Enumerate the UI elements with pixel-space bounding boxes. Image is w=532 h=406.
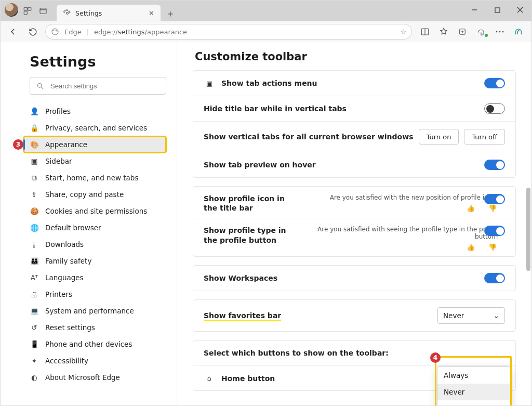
- browser-toolbar: Edge | edge://settings/appearance ☆: [1, 21, 531, 42]
- thumbs-down-icon[interactable]: 👎: [488, 204, 497, 212]
- svg-rect-1: [28, 7, 31, 10]
- sidebar-item-printers[interactable]: 🖨Printers: [23, 286, 166, 303]
- row-tab-actions: ▣ Show tab actions menu: [193, 71, 515, 96]
- dropdown-option-always[interactable]: Always: [437, 367, 510, 384]
- sidebar-item-appearance[interactable]: 3 🎨Appearance: [23, 136, 166, 153]
- url-source-label: Edge: [64, 28, 82, 36]
- workspaces-icon[interactable]: [21, 5, 34, 17]
- scrollbar-thumb[interactable]: [526, 188, 530, 271]
- extensions-icon[interactable]: [473, 24, 489, 39]
- feedback-question: Are you satisfied with the new position …: [330, 194, 499, 201]
- turn-on-button[interactable]: Turn on: [419, 129, 459, 145]
- settings-content: Settings 👤Profiles 🔒Privacy, search, and…: [1, 42, 531, 405]
- sidebar-item-privacy[interactable]: 🔒Privacy, search, and services: [23, 120, 166, 136]
- row-tab-preview: Show tab preview on hover: [193, 152, 515, 177]
- annotation-badge-3: 3: [13, 139, 23, 150]
- favorites-label: Show favorites bar: [204, 311, 281, 320]
- sidebar-item-about[interactable]: ◐About Microsoft Edge: [23, 369, 166, 386]
- copilot-icon[interactable]: [511, 24, 526, 39]
- section-heading: Customize toolbar: [195, 50, 516, 63]
- reset-icon: ↺: [30, 323, 39, 332]
- row-profile-type: Show profile type in the profile button …: [193, 218, 515, 256]
- sidebar-item-downloads[interactable]: ⭳Downloads: [23, 236, 166, 253]
- toggle-profile-type[interactable]: [484, 226, 505, 236]
- sidebar-item-accessibility[interactable]: ✦Accessibility: [23, 352, 166, 369]
- sidebar-item-phone[interactable]: 📱Phone and other devices: [23, 336, 166, 352]
- favorite-star-icon[interactable]: ☆: [400, 28, 406, 36]
- tab-actions-icon[interactable]: [37, 5, 49, 17]
- search-settings[interactable]: [30, 77, 166, 95]
- thumbs-down-icon[interactable]: 👎: [488, 243, 497, 251]
- row-favorites: Show favorites bar Never ⌄: [193, 300, 515, 331]
- profile-avatar[interactable]: [5, 3, 18, 17]
- home-icon: ⌂: [204, 374, 215, 382]
- new-tab-button[interactable]: ＋: [163, 6, 178, 21]
- sidebar-item-sidebar[interactable]: ▣Sidebar: [23, 153, 166, 169]
- svg-point-16: [496, 31, 498, 33]
- sidebar-item-default-browser[interactable]: 🌐Default browser: [23, 219, 166, 236]
- tab-actions-row-icon: ▣: [204, 80, 215, 87]
- language-icon: Aᵀ: [30, 273, 39, 282]
- settings-heading: Settings: [30, 54, 166, 70]
- row-hide-title: Hide title bar while in vertical tabs: [193, 96, 515, 121]
- lock-icon: 🔒: [30, 124, 39, 132]
- minimize-button[interactable]: [463, 1, 486, 19]
- more-menu-icon[interactable]: [492, 24, 508, 39]
- sidebar-item-system[interactable]: 💻System and performance: [23, 303, 166, 319]
- dropdown-option-newtabs[interactable]: Only on new tabs: [437, 400, 510, 405]
- phone-icon: 📱: [30, 340, 39, 348]
- card-workspaces: Show Workspaces: [193, 265, 516, 291]
- card-tabs: ▣ Show tab actions menu Hide title bar w…: [193, 70, 516, 178]
- favorites-dropdown: Always Never Only on new tabs: [437, 366, 511, 405]
- close-window-button[interactable]: [509, 1, 531, 19]
- sidebar-item-family[interactable]: 👪Family safety: [23, 253, 166, 269]
- url-text: edge://settings/appearance: [94, 28, 187, 36]
- svg-point-17: [499, 31, 501, 33]
- sidebar-item-profiles[interactable]: 👤Profiles: [23, 103, 166, 120]
- thumbs-up-icon[interactable]: 👍: [467, 204, 475, 212]
- app-window: Settings ✕ ＋ Edge | edge://settings/appe…: [0, 0, 532, 406]
- turn-off-button[interactable]: Turn off: [464, 129, 505, 145]
- window-controls: [463, 1, 531, 21]
- refresh-button[interactable]: [25, 24, 40, 39]
- svg-point-5: [66, 12, 68, 14]
- gear-icon: [63, 9, 71, 17]
- collections-icon[interactable]: [455, 24, 470, 39]
- scrollbar[interactable]: [526, 73, 530, 405]
- toggle-tab-actions[interactable]: [484, 78, 505, 88]
- address-bar[interactable]: Edge | edge://settings/appearance ☆: [45, 24, 412, 40]
- svg-rect-7: [495, 8, 500, 12]
- svg-point-19: [38, 83, 42, 87]
- chevron-down-icon: ⌄: [494, 311, 499, 320]
- back-button[interactable]: [6, 24, 20, 39]
- toggle-hide-title[interactable]: [484, 103, 505, 114]
- titlebar: Settings ✕ ＋: [1, 1, 531, 21]
- sidebar-item-reset[interactable]: ↺Reset settings: [23, 319, 166, 336]
- search-input[interactable]: [49, 82, 159, 90]
- toggle-tab-preview[interactable]: [484, 160, 505, 170]
- sidebar-item-cookies[interactable]: 🍪Cookies and site permissions: [23, 203, 166, 219]
- sidebar-icon: ▣: [30, 157, 39, 165]
- thumbs-up-icon[interactable]: 👍: [467, 243, 475, 251]
- split-screen-icon[interactable]: [417, 24, 433, 39]
- sidebar-item-share[interactable]: ⇪Share, copy and paste: [23, 186, 166, 203]
- browser-tab[interactable]: Settings ✕: [57, 5, 161, 21]
- favorites-select[interactable]: Never ⌄: [437, 307, 505, 324]
- search-icon: [36, 82, 44, 90]
- edge-icon: [51, 28, 59, 36]
- cookie-icon: 🍪: [30, 207, 39, 215]
- sidebar-item-languages[interactable]: AᵀLanguages: [23, 269, 166, 286]
- browser-icon: 🌐: [30, 224, 39, 232]
- profile-icon: 👤: [30, 107, 39, 115]
- toggle-workspaces[interactable]: [484, 273, 505, 283]
- sidebar-item-start[interactable]: ⧉Start, home, and new tabs: [23, 169, 166, 186]
- dropdown-option-never[interactable]: Never: [437, 384, 510, 400]
- toggle-profile-icon[interactable]: [484, 194, 505, 204]
- favorites-icon[interactable]: [436, 24, 451, 39]
- settings-sidebar: Settings 👤Profiles 🔒Privacy, search, and…: [1, 42, 177, 405]
- home-icon: ⧉: [30, 174, 39, 182]
- close-tab-icon[interactable]: ✕: [149, 9, 154, 17]
- row-profile-icon: Show profile icon in the title bar Are y…: [193, 187, 515, 218]
- maximize-button[interactable]: [486, 1, 509, 19]
- edge-logo-icon: ◐: [30, 373, 39, 382]
